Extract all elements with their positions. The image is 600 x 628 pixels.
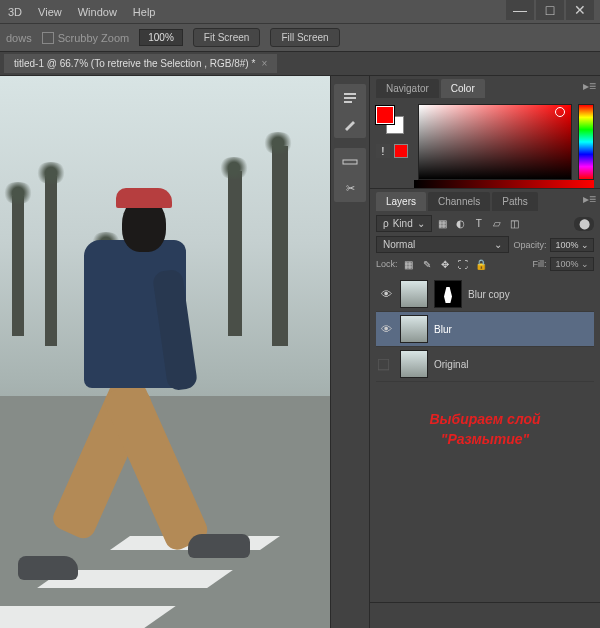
lock-label: Lock: xyxy=(376,259,398,269)
tutorial-annotation: Выбираем слой "Размытие" xyxy=(376,410,594,449)
document-tab-bar: titled-1 @ 66.7% (To retreive the Select… xyxy=(0,52,600,76)
layer-name[interactable]: Blur xyxy=(434,324,452,335)
close-tab-button[interactable]: × xyxy=(261,58,267,69)
layers-panel: Layers Channels Paths ▸≡ ρ Kind ⌄ ▦ ◐ T … xyxy=(370,189,600,628)
collapsed-panel-strip: ✂ xyxy=(330,76,370,628)
layer-item-original[interactable]: ⃞ Original xyxy=(376,347,594,382)
gamut-warning-icon[interactable]: ! xyxy=(376,144,390,158)
layer-name[interactable]: Original xyxy=(434,359,468,370)
lock-position-icon[interactable]: ✥ xyxy=(438,257,452,271)
layer-filter-bar: ρ Kind ⌄ ▦ ◐ T ▱ ◫ ⬤ xyxy=(376,215,594,232)
color-panel: Navigator Color ▸≡ ! xyxy=(370,76,600,189)
canvas-area[interactable] xyxy=(0,76,330,628)
visibility-toggle[interactable]: ⃞ xyxy=(378,358,394,371)
menu-help[interactable]: Help xyxy=(133,6,156,18)
tools-icon[interactable]: ✂ xyxy=(340,178,360,198)
filter-smart-icon[interactable]: ◫ xyxy=(508,217,522,231)
resize-windows-label: dows xyxy=(6,32,32,44)
tab-layers[interactable]: Layers xyxy=(376,192,426,211)
opacity-label: Opacity: xyxy=(513,240,546,250)
filter-adjust-icon[interactable]: ◐ xyxy=(454,217,468,231)
panel-footer xyxy=(370,602,600,628)
color-panel-body: ! xyxy=(370,98,600,188)
maximize-button[interactable]: □ xyxy=(536,0,564,20)
layers-menu-icon[interactable]: ▸≡ xyxy=(583,192,596,206)
fill-screen-button[interactable]: Fill Screen xyxy=(270,28,339,47)
color-field[interactable] xyxy=(418,104,572,180)
opacity-field[interactable]: 100% ⌄ xyxy=(550,238,594,252)
scrubby-zoom-option[interactable]: Scrubby Zoom xyxy=(42,32,130,44)
filter-type-icon[interactable]: T xyxy=(472,217,486,231)
lock-transparency-icon[interactable]: ▦ xyxy=(402,257,416,271)
svg-rect-0 xyxy=(344,93,356,95)
svg-rect-2 xyxy=(344,101,352,103)
filter-pixel-icon[interactable]: ▦ xyxy=(436,217,450,231)
fit-screen-button[interactable]: Fit Screen xyxy=(193,28,261,47)
layer-item-blur[interactable]: 👁 Blur xyxy=(376,312,594,347)
layer-list: 👁 Blur copy 👁 Blur ⃞ Original xyxy=(376,277,594,382)
layer-thumbnail[interactable] xyxy=(400,280,428,308)
window-controls: — □ ✕ xyxy=(506,0,594,20)
hue-slider[interactable] xyxy=(578,104,594,180)
tab-navigator[interactable]: Navigator xyxy=(376,79,439,98)
visibility-toggle[interactable]: 👁 xyxy=(378,323,394,335)
layer-item-blur-copy[interactable]: 👁 Blur copy xyxy=(376,277,594,312)
main-workspace: ✂ Navigator Color ▸≡ ! xyxy=(0,76,600,628)
zoom-level-field[interactable]: 100% xyxy=(139,29,183,46)
fill-field[interactable]: 100% ⌄ xyxy=(550,257,594,271)
layer-mask-thumbnail[interactable] xyxy=(434,280,462,308)
ruler-icon[interactable] xyxy=(340,152,360,172)
tab-paths[interactable]: Paths xyxy=(492,192,538,211)
svg-rect-3 xyxy=(343,160,357,164)
tab-color[interactable]: Color xyxy=(441,79,485,98)
layer-thumbnail[interactable] xyxy=(400,315,428,343)
menu-window[interactable]: Window xyxy=(78,6,117,18)
scrubby-checkbox[interactable] xyxy=(42,32,54,44)
blend-mode-select[interactable]: Normal⌄ xyxy=(376,236,509,253)
color-ramp[interactable] xyxy=(414,180,594,188)
filter-kind-select[interactable]: ρ Kind ⌄ xyxy=(376,215,432,232)
document-tab-title: titled-1 @ 66.7% (To retreive the Select… xyxy=(14,58,255,69)
lock-pixels-icon[interactable]: ✎ xyxy=(420,257,434,271)
fill-label: Fill: xyxy=(532,259,546,269)
brush-icon[interactable] xyxy=(340,114,360,134)
menu-view[interactable]: View xyxy=(38,6,62,18)
layer-thumbnail[interactable] xyxy=(400,350,428,378)
menu-3d[interactable]: 3D xyxy=(8,6,22,18)
document-tab[interactable]: titled-1 @ 66.7% (To retreive the Select… xyxy=(4,54,277,73)
filter-toggle[interactable]: ⬤ xyxy=(574,217,594,231)
tab-channels[interactable]: Channels xyxy=(428,192,490,211)
foreground-swatch[interactable] xyxy=(376,106,394,124)
menu-bar: 3D View Window Help — □ ✕ xyxy=(0,0,600,24)
layer-name[interactable]: Blur copy xyxy=(468,289,510,300)
lock-artboard-icon[interactable]: ⛶ xyxy=(456,257,470,271)
gamut-swatch[interactable] xyxy=(394,144,408,158)
color-swatches[interactable] xyxy=(376,106,404,134)
options-bar: dows Scrubby Zoom 100% Fit Screen Fill S… xyxy=(0,24,600,52)
minimize-button[interactable]: — xyxy=(506,0,534,20)
document-canvas[interactable] xyxy=(0,76,330,628)
panel-menu-icon[interactable]: ▸≡ xyxy=(583,79,596,93)
svg-rect-1 xyxy=(344,97,356,99)
close-window-button[interactable]: ✕ xyxy=(566,0,594,20)
filter-shape-icon[interactable]: ▱ xyxy=(490,217,504,231)
visibility-toggle[interactable]: 👁 xyxy=(378,288,394,300)
color-selector-ring[interactable] xyxy=(555,107,565,117)
scrubby-label: Scrubby Zoom xyxy=(58,32,130,44)
lock-all-icon[interactable]: 🔒 xyxy=(474,257,488,271)
history-icon[interactable] xyxy=(340,88,360,108)
panels-column: Navigator Color ▸≡ ! xyxy=(370,76,600,628)
